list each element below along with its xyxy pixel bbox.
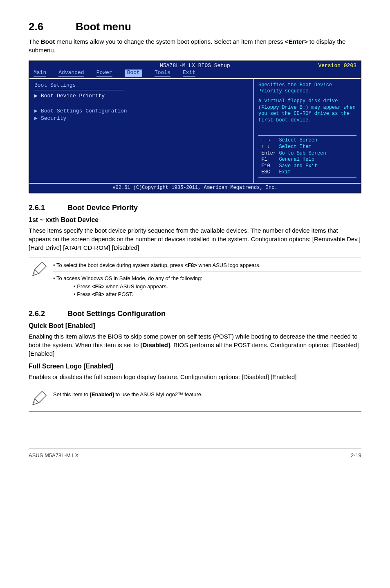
note1-sub2: Press <F8> after POST. xyxy=(74,290,361,298)
bios-tab-boot: Boot xyxy=(125,70,142,77)
section-title-261: Boot Device Priority xyxy=(67,204,138,212)
bios-item3-label: Security xyxy=(41,115,66,121)
bios-nav-l1b: Select Screen xyxy=(279,137,317,143)
bios-body: Boot Settings ▶Boot Device Priority ▶Boo… xyxy=(29,79,361,183)
section-num-261: 2.6.1 xyxy=(29,204,67,212)
page-footer: ASUS M5A78L-M LX 2-19 xyxy=(29,449,361,458)
bios-nav-l3: Enter Go to Sub Screen xyxy=(258,150,356,157)
bios-item-boot-config: ▶Boot Settings Configuration xyxy=(34,108,249,115)
section-title-262: Boot Settings Configuration xyxy=(67,310,166,318)
intro-bold-enter: <Enter> xyxy=(285,38,308,45)
section-num-262: 2.6.2 xyxy=(29,310,67,318)
chapter-number: 2.6 xyxy=(29,20,76,33)
bios-left-pane: Boot Settings ▶Boot Device Priority ▶Boo… xyxy=(29,79,254,183)
bios-nav-l6b: Exit xyxy=(279,169,291,175)
footer-pagenum: 2-19 xyxy=(351,452,361,458)
bios-nav-l3a: Enter xyxy=(261,150,276,156)
bios-item-security: ▶Security xyxy=(34,115,249,123)
note1-s2-pre: Press xyxy=(77,291,92,297)
footer-model: ASUS M5A78L-M LX xyxy=(29,452,78,458)
note2-pre: Set this item to xyxy=(53,391,90,397)
bios-tab-power: Power xyxy=(96,70,112,77)
bios-titlebar: M5A78L-M LX BIOS Setup Version 0203 xyxy=(29,61,361,70)
triangle-icon: ▶ xyxy=(34,93,41,100)
note-body-1: To select the boot device during system … xyxy=(53,261,361,298)
triangle-icon: ▶ xyxy=(34,115,41,122)
note1-item1: To select the boot device during system … xyxy=(53,261,361,269)
bios-settings-heading: Boot Settings xyxy=(34,82,249,89)
bios-menubar: Main Advanced Power Boot Tools Exit xyxy=(29,70,361,79)
para-fullscreen-logo: Enables or disables the full screen logo… xyxy=(29,373,361,381)
chapter-heading: 2.6Boot menu xyxy=(29,20,361,33)
bios-help1: Specifies the Boot Device Priority seque… xyxy=(258,82,356,95)
bios-item1-label: Boot Device Priority xyxy=(41,93,105,99)
note-body-2: Set this item to [Enabled] to use the AS… xyxy=(53,391,361,399)
para-261: These items specify the boot device prio… xyxy=(29,226,361,252)
bios-nav-l2b: Select Item xyxy=(279,144,311,150)
note1-s1-bold: <F5> xyxy=(92,283,104,290)
note1-b1-bold: <F8> xyxy=(185,262,197,268)
bios-nav-divider xyxy=(258,135,356,136)
note-inner-divider xyxy=(53,272,361,272)
pencil-icon xyxy=(29,391,53,408)
intro-text2: menu items allow you to change the syste… xyxy=(55,38,285,45)
note1-sub1: Press <F5> when ASUS logo appears. xyxy=(74,283,361,291)
bios-help2: A virtual floppy disk drive (Floppy Driv… xyxy=(258,98,356,123)
note1-b2: To access Windows OS in Safe Mode, do an… xyxy=(56,275,202,281)
bios-right-pane: Specifies the Boot Device Priority seque… xyxy=(254,79,361,183)
p1-bold: [Disabled] xyxy=(140,341,170,348)
bios-nav-divider2 xyxy=(258,177,356,178)
topic-fullscreen-logo: Full Screen Logo [Enabled] xyxy=(29,363,361,370)
bios-nav-l2: ↑ ↓ Select Item xyxy=(258,144,356,150)
intro-paragraph: The Boot menu items allow you to change … xyxy=(29,37,361,54)
note1-b1-post: when ASUS logo appears. xyxy=(197,262,260,268)
note1-item2: To access Windows OS in Safe Mode, do an… xyxy=(53,274,361,298)
note1-s1-pre: Press xyxy=(77,283,92,290)
note2-post: to use the ASUS MyLogo2™ feature. xyxy=(114,391,203,397)
note1-s2-bold: <F8> xyxy=(92,291,104,297)
bios-tab-tools: Tools xyxy=(155,70,170,77)
arrow-ud-icon: ↑ ↓ xyxy=(261,144,270,150)
bios-version: Version 0203 xyxy=(283,63,356,70)
bios-title: M5A78L-M LX BIOS Setup xyxy=(107,63,283,70)
bios-nav-l5b: Save and Exit xyxy=(279,163,317,169)
bios-nav-l1: ← → Select Screen xyxy=(258,137,356,144)
note1-b1-pre: To select the boot device during system … xyxy=(56,262,185,268)
bios-nav-l3b: Go to Sub Screen xyxy=(279,150,326,156)
para-quickboot: Enabling this item allows the BIOS to sk… xyxy=(29,332,361,358)
note-block-1: To select the boot device during system … xyxy=(29,258,361,302)
bios-item2-label: Boot Settings Configuration xyxy=(41,108,127,114)
pencil-icon xyxy=(29,261,53,279)
topic-boot-device: 1st ~ xxth Boot Device xyxy=(29,216,361,224)
bios-nav-l4: F1 General Help xyxy=(258,157,356,163)
bios-tab-main: Main xyxy=(34,70,46,77)
section-heading-262: 2.6.2Boot Settings Configuration xyxy=(29,310,361,318)
chapter-title: Boot menu xyxy=(76,20,131,33)
note1-s2-post: after POST. xyxy=(104,291,133,297)
bios-tab-exit: Exit xyxy=(183,70,195,77)
bios-tab-advanced: Advanced xyxy=(58,70,84,77)
section-heading-261: 2.6.1Boot Device Priority xyxy=(29,204,361,212)
intro-bold-boot: Boot xyxy=(41,38,55,45)
intro-text: The xyxy=(29,38,41,45)
arrow-lr-icon: ← → xyxy=(261,137,270,143)
bios-nav-l5a: F10 xyxy=(261,163,270,169)
bios-nav-l5: F10 Save and Exit xyxy=(258,163,356,170)
bios-nav-l4b: General Help xyxy=(279,157,314,162)
note-block-2: Set this item to [Enabled] to use the AS… xyxy=(29,387,361,412)
bios-item-boot-priority: ▶Boot Device Priority xyxy=(34,92,249,100)
note2-bold: [Enabled] xyxy=(90,391,114,397)
bios-copyright: v02.61 (C)Copyright 1985-2011, American … xyxy=(29,183,361,193)
bios-nav-l4a: F1 xyxy=(261,157,267,162)
triangle-icon: ▶ xyxy=(34,108,41,115)
topic-quickboot: Quick Boot [Enabled] xyxy=(29,322,361,330)
note1-s1-post: when ASUS logo appears. xyxy=(104,283,168,290)
bios-divider xyxy=(34,90,124,90)
bios-screenshot: M5A78L-M LX BIOS Setup Version 0203 Main… xyxy=(29,61,361,193)
bios-nav-l6: ESC Exit xyxy=(258,169,356,176)
bios-nav-l6a: ESC xyxy=(261,169,270,175)
